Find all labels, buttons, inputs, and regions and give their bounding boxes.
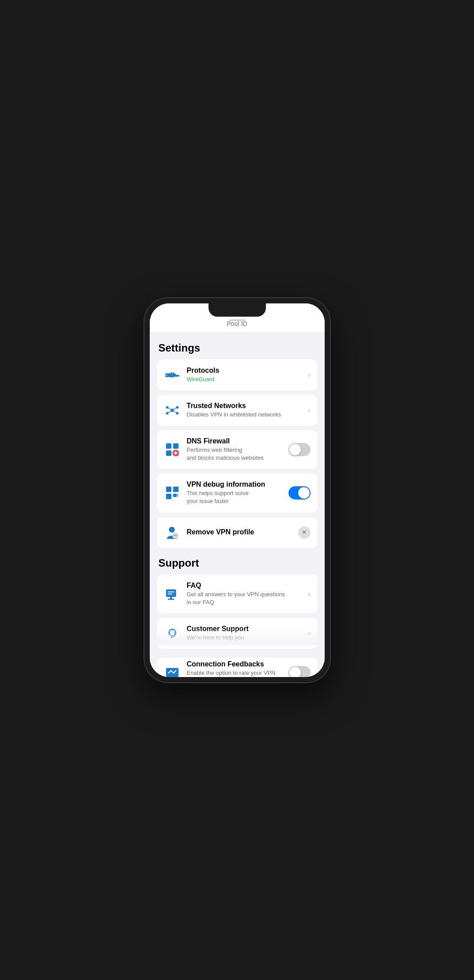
close-icon: ✕	[298, 526, 311, 539]
customer-support-chevron: ›	[308, 629, 310, 637]
trusted-networks-subtitle: Disables VPN in whitelisted networks	[187, 411, 304, 419]
svg-point-35	[171, 637, 172, 639]
protocols-subtitle: WireGuard	[187, 375, 304, 383]
protocols-card[interactable]: Protocols WireGuard ›	[157, 359, 318, 390]
drag-handle[interactable]	[229, 319, 245, 321]
feedbacks-toggle-wrap[interactable]	[288, 666, 311, 677]
vpn-debug-subtitle: This helps support solveyour issue faste…	[187, 489, 284, 505]
notch	[209, 303, 266, 317]
faq-card[interactable]: FAQ Get all answers to your VPN question…	[157, 575, 318, 613]
trusted-networks-icon	[164, 402, 181, 419]
customer-support-text: Customer Support We're here to help you	[187, 625, 304, 642]
svg-rect-33	[168, 632, 170, 635]
trusted-networks-text: Trusted Networks Disables VPN in whiteli…	[187, 402, 304, 419]
protocols-chevron: ›	[308, 371, 310, 379]
feedbacks-icon	[164, 664, 181, 677]
dns-firewall-toggle-wrap[interactable]	[288, 443, 311, 456]
customer-support-title: Customer Support	[187, 625, 304, 633]
vpn-debug-toggle[interactable]	[288, 486, 311, 499]
vpn-debug-toggle-wrap[interactable]	[288, 486, 311, 499]
settings-group: Settings	[157, 342, 318, 548]
svg-rect-27	[166, 589, 176, 597]
faq-title: FAQ	[187, 582, 304, 590]
feedbacks-title: Connection Feedbacks	[187, 660, 284, 668]
support-section-title: Support	[157, 557, 318, 569]
protocols-title: Protocols	[187, 367, 304, 375]
svg-rect-16	[166, 450, 171, 456]
phone-screen: Pool ID Settings	[150, 303, 325, 677]
protocols-text: Protocols WireGuard	[187, 367, 304, 383]
dns-firewall-title: DNS Firewall	[187, 437, 284, 445]
svg-rect-29	[167, 598, 174, 600]
customer-support-icon	[164, 625, 181, 642]
svg-rect-14	[166, 443, 171, 449]
connection-feedbacks-card[interactable]: Connection Feedbacks Enable the option t…	[157, 658, 318, 677]
dns-firewall-subtitle: Performs web filteringand blocks malicio…	[187, 446, 284, 462]
screen-content: Pool ID Settings	[150, 303, 325, 677]
trusted-networks-title: Trusted Networks	[187, 402, 304, 410]
dns-firewall-toggle[interactable]	[288, 443, 311, 456]
vpn-debug-text: VPN debug information This helps support…	[187, 481, 284, 505]
svg-rect-3	[172, 375, 179, 377]
vpn-debug-title: VPN debug information	[187, 481, 284, 488]
feedbacks-text: Connection Feedbacks Enable the option t…	[187, 660, 284, 677]
settings-section-title: Settings	[157, 342, 318, 354]
customer-support-card[interactable]: Customer Support We're here to help you …	[157, 618, 318, 649]
remove-vpn-icon	[164, 524, 181, 541]
remove-vpn-card[interactable]: Remove VPN profile ✕	[157, 517, 318, 548]
svg-rect-15	[173, 443, 178, 449]
phone-frame: Pool ID Settings	[144, 298, 330, 682]
faq-icon	[164, 586, 181, 602]
vpn-debug-icon	[164, 484, 181, 501]
support-group: Support F	[157, 557, 318, 649]
dns-firewall-card[interactable]: DNS Firewall Performs web filteringand b…	[157, 430, 318, 469]
customer-support-subtitle: We're here to help you	[187, 634, 304, 642]
svg-rect-23	[175, 494, 178, 497]
svg-point-24	[169, 526, 174, 532]
trusted-networks-card[interactable]: Trusted Networks Disables VPN in whiteli…	[157, 395, 318, 426]
feedbacks-subtitle: Enable the option to rate your VPN conne…	[187, 669, 284, 677]
vpn-debug-card[interactable]: VPN debug information This helps support…	[157, 473, 318, 512]
faq-chevron: ›	[308, 590, 310, 598]
svg-rect-21	[166, 494, 171, 499]
svg-rect-19	[166, 487, 171, 492]
faq-subtitle: Get all answers to your VPN questionsin …	[187, 590, 304, 606]
faq-text: FAQ Get all answers to your VPN question…	[187, 582, 304, 606]
feedbacks-toggle-thumb	[289, 667, 301, 677]
dns-firewall-toggle-thumb	[289, 444, 301, 455]
vpn-debug-toggle-thumb	[298, 487, 310, 499]
dns-firewall-text: DNS Firewall Performs web filteringand b…	[187, 437, 284, 462]
top-peek-title: Pool ID	[227, 320, 247, 327]
dns-firewall-icon	[164, 441, 181, 458]
svg-rect-34	[174, 632, 176, 635]
trusted-networks-chevron: ›	[308, 406, 310, 414]
main-scroll-area: Settings	[150, 333, 325, 677]
remove-vpn-title: Remove VPN profile	[187, 528, 294, 536]
feedbacks-toggle[interactable]	[288, 666, 311, 677]
remove-vpn-close[interactable]: ✕	[298, 526, 311, 539]
svg-rect-20	[173, 487, 178, 492]
remove-vpn-text: Remove VPN profile	[187, 528, 294, 537]
protocols-icon	[164, 367, 181, 383]
